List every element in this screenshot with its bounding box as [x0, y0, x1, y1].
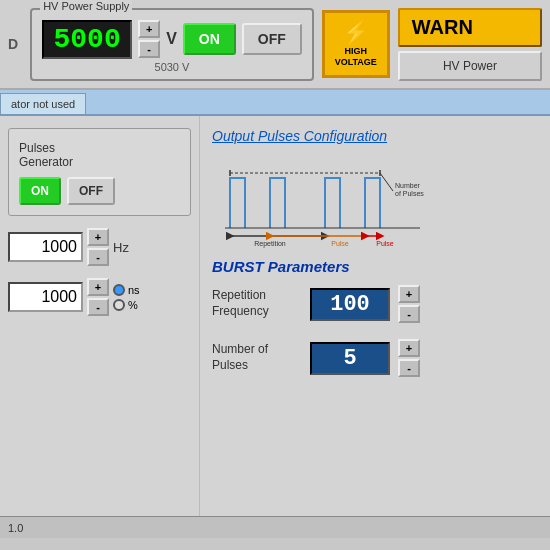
frequency-input[interactable] — [8, 232, 83, 262]
time-input[interactable] — [8, 282, 83, 312]
left-panel: PulsesGenerator ON OFF + - Hz + - — [0, 116, 200, 516]
pulse-diagram: Repetition Frequency Pulse Frequency Num… — [212, 158, 538, 248]
freq-unit-label: Hz — [113, 240, 129, 255]
time-increment-button[interactable]: + — [87, 278, 109, 296]
ns-label: ns — [128, 284, 140, 296]
svg-text:Frequency: Frequency — [253, 247, 287, 248]
rep-freq-display: 100 — [310, 288, 390, 321]
svg-text:Pulse: Pulse — [331, 240, 349, 247]
hv-off-button[interactable]: OFF — [242, 23, 302, 55]
warning-text: HIGHVOLTAGE — [335, 46, 377, 68]
freq-decrement-button[interactable]: - — [87, 248, 109, 266]
num-pulses-label: Number ofPulses — [212, 342, 302, 373]
hv-panel-title: HV Power Supply — [40, 0, 132, 12]
ns-radio-row[interactable]: ns — [113, 284, 140, 296]
time-decrement-button[interactable]: - — [87, 298, 109, 316]
pulse-generator-box: PulsesGenerator ON OFF — [8, 128, 191, 216]
rep-freq-param-row: RepetitionFrequency 100 + - — [212, 285, 538, 323]
time-row: + - ns % — [8, 278, 191, 316]
hv-power-supply-panel: HV Power Supply 5000 + - V ON OFF 5030 V — [30, 8, 314, 81]
warn-button[interactable]: WARN — [398, 8, 542, 47]
hv-power-button[interactable]: HV Power — [398, 51, 542, 81]
hv-decrement-button[interactable]: - — [138, 40, 160, 58]
lightning-bolt-icon: ⚡ — [342, 20, 369, 46]
time-unit-radio-group: ns % — [113, 284, 140, 311]
time-stepper: + - — [87, 278, 109, 316]
output-pulses-title: Output Pulses Configuration — [212, 128, 538, 144]
ns-radio-dot — [113, 284, 125, 296]
svg-text:Number: Number — [395, 182, 421, 189]
freq-increment-button[interactable]: + — [87, 228, 109, 246]
hv-controls: 5000 + - V ON OFF — [42, 20, 302, 59]
pulse-generator-label: PulsesGenerator — [19, 141, 180, 169]
top-bar: D HV Power Supply 5000 + - V ON OFF 5030… — [0, 0, 550, 90]
warn-area: WARN HV Power — [398, 8, 542, 81]
tab-generator-not-used[interactable]: ator not used — [0, 93, 86, 114]
tab-bar: ator not used — [0, 90, 550, 116]
pct-radio-dot — [113, 299, 125, 311]
num-pulses-increment-button[interactable]: + — [398, 339, 420, 357]
hv-unit-label: V — [166, 30, 177, 48]
sidebar-d-label: D — [8, 36, 18, 52]
hv-value-display: 5000 — [42, 20, 132, 59]
rep-freq-increment-button[interactable]: + — [398, 285, 420, 303]
high-voltage-warning[interactable]: ⚡ HIGHVOLTAGE — [322, 10, 390, 78]
status-bar: 1.0 — [0, 516, 550, 538]
pulse-on-button[interactable]: ON — [19, 177, 61, 205]
rep-freq-stepper: + - — [398, 285, 420, 323]
num-pulses-param-row: Number ofPulses 5 + - — [212, 339, 538, 377]
num-pulses-decrement-button[interactable]: - — [398, 359, 420, 377]
svg-text:of Pulses: of Pulses — [395, 190, 424, 197]
num-pulses-stepper: + - — [398, 339, 420, 377]
rep-freq-label: RepetitionFrequency — [212, 288, 302, 319]
hv-increment-button[interactable]: + — [138, 20, 160, 38]
pulse-diagram-svg: Repetition Frequency Pulse Frequency Num… — [212, 158, 538, 248]
pct-radio-row[interactable]: % — [113, 299, 140, 311]
svg-text:Pulse: Pulse — [376, 240, 394, 247]
pct-label: % — [128, 299, 138, 311]
frequency-row: + - Hz — [8, 228, 191, 266]
svg-text:Frequency: Frequency — [323, 247, 357, 248]
hv-on-button[interactable]: ON — [183, 23, 236, 55]
svg-line-15 — [380, 173, 393, 191]
main-content: PulsesGenerator ON OFF + - Hz + - — [0, 116, 550, 516]
rep-freq-decrement-button[interactable]: - — [398, 305, 420, 323]
svg-text:Duration: Duration — [372, 247, 399, 248]
pulse-off-button[interactable]: OFF — [67, 177, 115, 205]
hv-reading: 5030 V — [155, 61, 190, 73]
hv-stepper: + - — [138, 20, 160, 58]
burst-parameters-title: BURST Parameters — [212, 258, 538, 275]
freq-stepper: + - — [87, 228, 109, 266]
num-pulses-display: 5 — [310, 342, 390, 375]
pulse-generator-controls: ON OFF — [19, 177, 180, 205]
right-panel: Output Pulses Configuration — [200, 116, 550, 516]
version-label: 1.0 — [8, 522, 23, 534]
